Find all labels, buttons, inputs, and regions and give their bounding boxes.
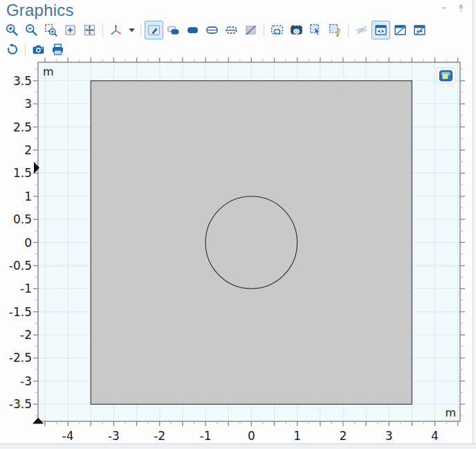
reset-hiding-icon xyxy=(393,23,408,37)
select-boundaries-icon xyxy=(205,23,219,37)
select-multiple-icon xyxy=(166,23,181,37)
select-icon xyxy=(147,23,161,37)
paint-select-button[interactable] xyxy=(326,21,345,39)
y-axis-unit-label: m xyxy=(43,65,54,78)
plot-area[interactable]: -4-3-2-1012343.532.521.510.50-0.5-1-1.5-… xyxy=(0,55,476,449)
zoom-selected-icon xyxy=(63,23,77,37)
box-deselect-button[interactable] xyxy=(287,21,306,39)
select-edges-button[interactable] xyxy=(222,21,241,39)
y-tick-label: -2.5 xyxy=(9,351,32,365)
pin-icon[interactable] xyxy=(455,3,466,14)
reset-view-icon xyxy=(5,42,19,57)
x-tick-label: 4 xyxy=(431,429,439,443)
caret-down-icon xyxy=(125,23,139,37)
panel-bottom-divider xyxy=(0,443,476,449)
y-tick-label: -1 xyxy=(20,282,32,295)
box-select-button[interactable] xyxy=(268,21,286,39)
y-tick-label: 3 xyxy=(24,97,32,111)
toolbar-separator xyxy=(25,43,26,57)
zoom-in-icon xyxy=(5,23,19,37)
toolbar-separator xyxy=(102,24,103,37)
hide-disabled-icon xyxy=(354,23,369,37)
reset-hiding-button[interactable] xyxy=(391,21,410,39)
select-button[interactable] xyxy=(145,21,163,39)
toolbar-separator xyxy=(348,24,349,37)
toolbar-separator xyxy=(140,24,141,37)
select-domains-button[interactable] xyxy=(183,21,202,39)
panel-right-gutter xyxy=(473,0,476,443)
select-none-icon xyxy=(244,23,258,37)
select-edges-icon xyxy=(224,23,239,37)
panel-header: Graphics xyxy=(6,0,74,21)
x-tick-label: 3 xyxy=(385,429,393,443)
geometry-square[interactable] xyxy=(91,81,412,405)
print-icon xyxy=(51,42,65,57)
y-tick-label: 2.5 xyxy=(13,120,32,134)
x-tick-label: -4 xyxy=(62,429,74,443)
y-tick-label: 3.5 xyxy=(13,74,32,88)
select-boundaries-button[interactable] xyxy=(203,21,221,39)
hide-selected-button[interactable] xyxy=(352,21,371,39)
view-hidden-button[interactable] xyxy=(372,21,390,39)
y-tick-label: 1 xyxy=(24,190,32,203)
box-deselect-icon xyxy=(289,23,304,37)
y-tick-label: 0.5 xyxy=(13,212,32,226)
toolbar-separator xyxy=(264,24,264,37)
x-axis-unit-label: m xyxy=(445,406,456,419)
panel-window-controls xyxy=(439,3,466,14)
select-entities-button[interactable] xyxy=(306,21,325,39)
zoom-box-icon xyxy=(44,23,58,37)
deselect-all-button[interactable] xyxy=(241,21,260,39)
y-tick-label: -3.5 xyxy=(9,397,32,411)
x-tick-label: -2 xyxy=(154,429,165,443)
y-tick-label: 0 xyxy=(24,236,32,250)
show-hidden-button[interactable] xyxy=(410,21,429,39)
y-tick-label: 1.5 xyxy=(13,166,32,180)
snapshot-icon xyxy=(31,42,46,57)
panel-menu-caret-icon[interactable] xyxy=(439,3,450,14)
graphics-toolbar-row1 xyxy=(3,21,429,39)
panel-title: Graphics xyxy=(6,1,74,20)
graphics-panel: Graphics -4-3-2-1012343.532.521.510.50-0… xyxy=(0,0,476,449)
view-hidden-icon xyxy=(374,23,388,37)
y-tick-label: -2 xyxy=(20,328,32,342)
zoom-out-icon xyxy=(24,23,39,37)
paint-select-icon xyxy=(328,23,342,37)
select-domains-icon xyxy=(185,23,200,37)
y-tick-label: -0.5 xyxy=(9,259,32,273)
go-to-default-view-button[interactable] xyxy=(107,21,125,39)
plot-view-button[interactable] xyxy=(437,68,455,84)
zoom-out-button[interactable] xyxy=(22,21,41,39)
select-multiple-button[interactable] xyxy=(164,21,183,39)
zoom-extents-icon xyxy=(82,23,97,37)
zoom-extents-button[interactable] xyxy=(80,21,99,39)
x-tick-label: 2 xyxy=(340,429,347,443)
x-tick-label: -3 xyxy=(108,429,120,443)
y-tick-label: -3 xyxy=(20,374,32,388)
select-entities-icon xyxy=(309,23,323,37)
show-hidden-icon xyxy=(412,23,427,37)
view-menu-caret-button[interactable] xyxy=(126,21,137,39)
zoom-in-button[interactable] xyxy=(3,21,21,39)
x-tick-label: 1 xyxy=(293,429,301,443)
x-tick-label: 0 xyxy=(248,429,255,443)
zoom-selected-button[interactable] xyxy=(61,21,80,39)
zoom-box-button[interactable] xyxy=(42,21,60,39)
y-tick-label: -1.5 xyxy=(9,305,32,319)
go-to-view-icon xyxy=(109,23,123,37)
y-tick-label: 2 xyxy=(24,143,32,157)
x-tick-label: -1 xyxy=(200,429,212,443)
box-select-icon xyxy=(270,23,284,37)
